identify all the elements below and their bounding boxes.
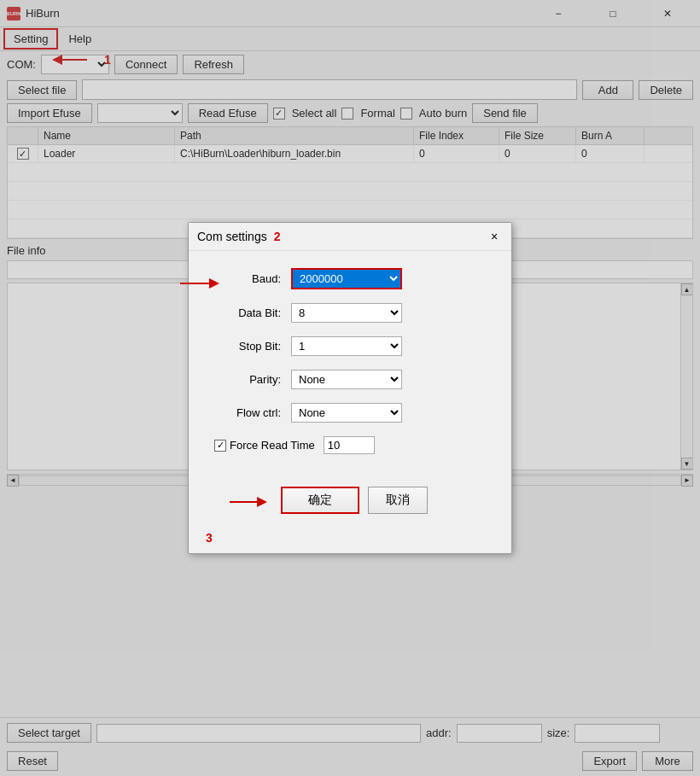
modal-body: Baud: 2000000 115200 921600 1500000 Data… (189, 251, 511, 478)
stop-bit-row: Stop Bit: 1 2 (214, 336, 486, 356)
flow-ctrl-row: Flow ctrl: None Hardware Software (214, 403, 486, 423)
parity-label: Parity: (214, 373, 291, 386)
com-settings-dialog: Com settings 2 × (188, 222, 512, 554)
modal-title: Com settings (197, 230, 267, 243)
modal-footer: 确定 取消 (189, 478, 511, 531)
baud-row: Baud: 2000000 115200 921600 1500000 (214, 268, 486, 289)
baud-label: Baud: (214, 272, 291, 285)
annotation-3: 3 (206, 531, 213, 545)
annotation-3-container: 3 (189, 531, 511, 553)
data-bit-select[interactable]: 8 7 6 5 (291, 303, 402, 323)
force-read-input[interactable] (324, 436, 375, 454)
confirm-button[interactable]: 确定 (281, 487, 359, 514)
modal-overlay: Com settings 2 × (0, 0, 700, 776)
annotation-2: 2 (274, 230, 281, 243)
cancel-button[interactable]: 取消 (368, 487, 428, 514)
stop-bit-select[interactable]: 1 2 (291, 336, 402, 356)
flow-ctrl-select[interactable]: None Hardware Software (291, 403, 402, 423)
flow-ctrl-label: Flow ctrl: (214, 406, 291, 419)
parity-select[interactable]: None Even Odd (291, 370, 402, 389)
data-bit-label: Data Bit: (214, 306, 291, 319)
modal-title-bar: Com settings 2 × (189, 223, 511, 251)
modal-close-button[interactable]: × (486, 228, 503, 245)
baud-select[interactable]: 2000000 115200 921600 1500000 (291, 268, 402, 289)
stop-bit-label: Stop Bit: (214, 340, 291, 353)
parity-row: Parity: None Even Odd (214, 370, 486, 389)
force-read-checkbox[interactable]: ✓ (214, 440, 226, 452)
force-read-row: ✓ Force Read Time (214, 436, 486, 454)
force-read-label: Force Read Time (230, 439, 315, 452)
data-bit-row: Data Bit: 8 7 6 5 (214, 303, 486, 323)
